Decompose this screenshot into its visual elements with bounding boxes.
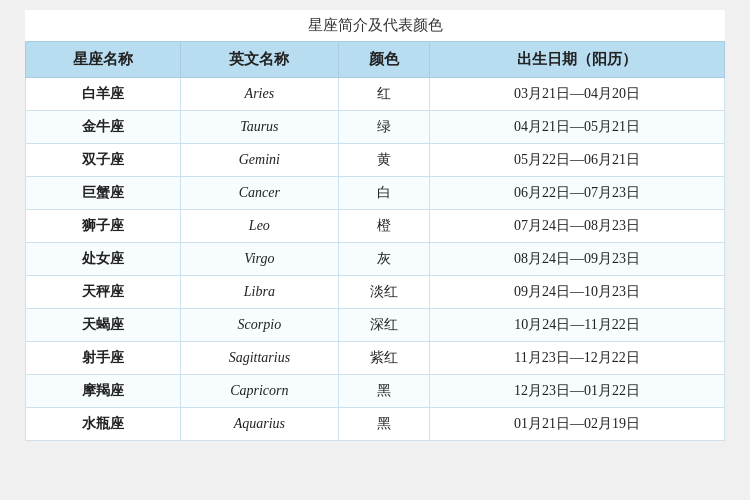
table-cell-2-0: 双子座: [26, 144, 181, 177]
table-cell-6-0: 天秤座: [26, 276, 181, 309]
table-cell-1-1: Taurus: [180, 111, 338, 144]
table-cell-2-1: Gemini: [180, 144, 338, 177]
table-row: 天秤座Libra淡红09月24日—10月23日: [26, 276, 725, 309]
table-cell-4-1: Leo: [180, 210, 338, 243]
table-row: 射手座Sagittarius紫红11月23日—12月22日: [26, 342, 725, 375]
table-cell-4-3: 07月24日—08月23日: [430, 210, 725, 243]
table-cell-1-3: 04月21日—05月21日: [430, 111, 725, 144]
table-header-cell: 星座名称: [26, 42, 181, 78]
table-row: 摩羯座Capricorn黑12月23日—01月22日: [26, 375, 725, 408]
table-row: 巨蟹座Cancer白06月22日—07月23日: [26, 177, 725, 210]
table-cell-8-1: Sagittarius: [180, 342, 338, 375]
table-cell-9-3: 12月23日—01月22日: [430, 375, 725, 408]
table-row: 天蝎座Scorpio深红10月24日—11月22日: [26, 309, 725, 342]
table-cell-0-2: 红: [338, 78, 429, 111]
table-cell-5-0: 处女座: [26, 243, 181, 276]
table-cell-7-0: 天蝎座: [26, 309, 181, 342]
table-cell-6-2: 淡红: [338, 276, 429, 309]
table-cell-9-2: 黑: [338, 375, 429, 408]
table-header-cell: 英文名称: [180, 42, 338, 78]
table-cell-6-1: Libra: [180, 276, 338, 309]
table-cell-10-3: 01月21日—02月19日: [430, 408, 725, 441]
table-header-row: 星座名称英文名称颜色出生日期（阳历）: [26, 42, 725, 78]
table-cell-0-0: 白羊座: [26, 78, 181, 111]
table-cell-8-3: 11月23日—12月22日: [430, 342, 725, 375]
table-cell-9-1: Capricorn: [180, 375, 338, 408]
table-cell-4-0: 狮子座: [26, 210, 181, 243]
table-cell-7-3: 10月24日—11月22日: [430, 309, 725, 342]
table-cell-0-3: 03月21日—04月20日: [430, 78, 725, 111]
table-row: 金牛座Taurus绿04月21日—05月21日: [26, 111, 725, 144]
table-header-cell: 颜色: [338, 42, 429, 78]
table-cell-9-0: 摩羯座: [26, 375, 181, 408]
table-cell-1-2: 绿: [338, 111, 429, 144]
table-cell-7-2: 深红: [338, 309, 429, 342]
table-cell-2-3: 05月22日—06月21日: [430, 144, 725, 177]
table-cell-7-1: Scorpio: [180, 309, 338, 342]
page-title: 星座简介及代表颜色: [25, 10, 725, 41]
table-cell-4-2: 橙: [338, 210, 429, 243]
table-cell-3-1: Cancer: [180, 177, 338, 210]
table-cell-10-2: 黑: [338, 408, 429, 441]
table-row: 处女座Virgo灰08月24日—09月23日: [26, 243, 725, 276]
table-row: 白羊座Aries红03月21日—04月20日: [26, 78, 725, 111]
table-cell-0-1: Aries: [180, 78, 338, 111]
table-cell-3-0: 巨蟹座: [26, 177, 181, 210]
table-row: 水瓶座Aquarius黑01月21日—02月19日: [26, 408, 725, 441]
table-cell-3-2: 白: [338, 177, 429, 210]
table-cell-5-2: 灰: [338, 243, 429, 276]
table-cell-6-3: 09月24日—10月23日: [430, 276, 725, 309]
main-container: 星座简介及代表颜色 星座名称英文名称颜色出生日期（阳历） 白羊座Aries红03…: [25, 10, 725, 441]
table-cell-1-0: 金牛座: [26, 111, 181, 144]
table-cell-3-3: 06月22日—07月23日: [430, 177, 725, 210]
table-body: 白羊座Aries红03月21日—04月20日金牛座Taurus绿04月21日—0…: [26, 78, 725, 441]
table-row: 狮子座Leo橙07月24日—08月23日: [26, 210, 725, 243]
table-row: 双子座Gemini黄05月22日—06月21日: [26, 144, 725, 177]
table-header-cell: 出生日期（阳历）: [430, 42, 725, 78]
table-cell-10-0: 水瓶座: [26, 408, 181, 441]
table-cell-2-2: 黄: [338, 144, 429, 177]
table-cell-8-0: 射手座: [26, 342, 181, 375]
table-cell-8-2: 紫红: [338, 342, 429, 375]
table-cell-5-3: 08月24日—09月23日: [430, 243, 725, 276]
table-cell-10-1: Aquarius: [180, 408, 338, 441]
zodiac-table: 星座名称英文名称颜色出生日期（阳历） 白羊座Aries红03月21日—04月20…: [25, 41, 725, 441]
table-cell-5-1: Virgo: [180, 243, 338, 276]
